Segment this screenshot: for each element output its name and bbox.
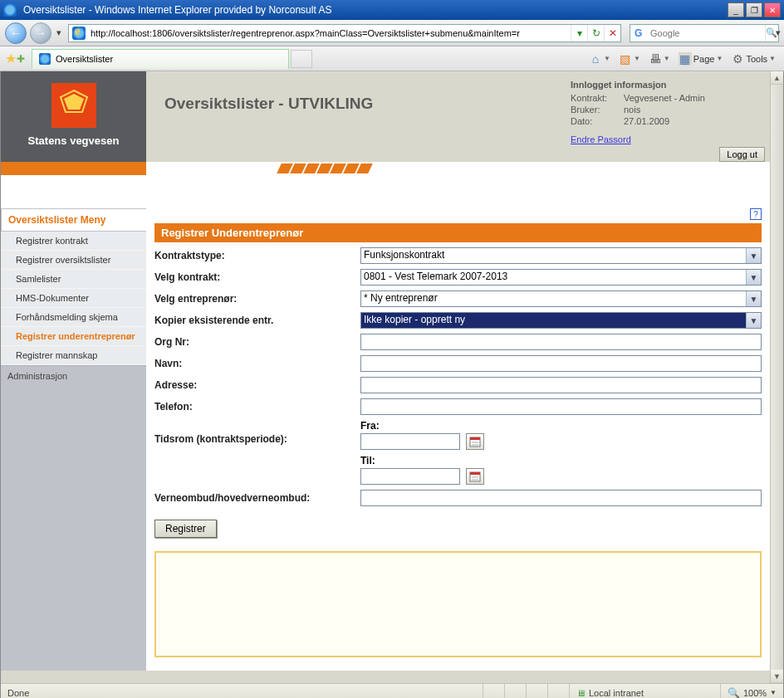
input-fra[interactable] (360, 433, 460, 450)
tools-label: Tools (746, 54, 767, 64)
scroll-up-icon[interactable]: ▲ (771, 71, 783, 85)
url-input[interactable] (89, 26, 571, 41)
browser-tab[interactable]: Oversiktslister (32, 49, 289, 69)
page-title: Oversiktslister - UTVIKLING (164, 95, 544, 113)
label-verneombud: Verneombud/hovedverneombud: (154, 492, 360, 504)
tools-icon: ⚙ (731, 52, 744, 66)
add-favorite-icon[interactable]: ✚ (17, 53, 25, 65)
label-til: Til: (360, 455, 762, 466)
login-info: Innlogget informasjon Kontrakt:Vegvesene… (562, 71, 770, 162)
back-button[interactable]: ← (5, 22, 27, 44)
google-icon: G (634, 27, 647, 40)
input-telefon[interactable] (360, 398, 762, 415)
input-navn[interactable] (360, 355, 762, 372)
input-verneombud[interactable] (360, 490, 762, 506)
page-banner: Statens vegvesen Oversiktslister - UTVIK… (1, 71, 770, 162)
menu-forhandsmelding[interactable]: Forhåndsmelding skjema (1, 308, 146, 327)
nav-history-dropdown[interactable]: ▾ (53, 23, 65, 43)
label-kontraktstype: Kontraktstype: (154, 250, 360, 261)
url-dropdown[interactable]: ▾ (571, 25, 587, 41)
reload-button[interactable]: ↻ (587, 25, 604, 41)
select-velg-entreprenor[interactable]: * Ny entreprenør (360, 290, 762, 307)
favorites-icon[interactable]: ★ (5, 51, 17, 66)
print-button[interactable]: 🖶▼ (649, 52, 670, 66)
svg-rect-6 (470, 472, 480, 475)
print-icon: 🖶 (649, 52, 662, 66)
rss-button[interactable]: ▧▼ (619, 52, 640, 66)
zoom-control[interactable]: 🔍 100% ▼ (720, 684, 783, 698)
help-icon[interactable]: ? (750, 208, 762, 220)
zoom-icon: 🔍 (728, 687, 740, 699)
menu-registrer-mannskap[interactable]: Registrer mannskap (1, 346, 146, 365)
home-button[interactable]: ⌂▼ (589, 52, 610, 66)
ie-icon (3, 3, 17, 17)
menu-registrer-oversiktslister[interactable]: Registrer oversiktslister (1, 251, 146, 270)
select-kontraktstype[interactable]: Funksjonskontrakt (360, 247, 762, 264)
zoom-value: 100% (743, 688, 767, 698)
label-fra: Fra: (360, 420, 762, 432)
search-box: G 🔍 ▾ (630, 24, 779, 42)
menu-samlelister[interactable]: Samlelister (1, 270, 146, 289)
browser-linkbar: ★ ✚ Oversiktslister ⌂▼ ▧▼ 🖶▼ ▦Page ▼ ⚙To… (0, 46, 784, 71)
label-velg-kontrakt: Velg kontrakt: (154, 271, 360, 283)
page-label: Page (693, 54, 715, 64)
form-area: ? Registrer Underentreprenør Kontraktsty… (146, 208, 770, 671)
sidebar: Oversiktslister Meny Registrer kontrakt … (1, 208, 146, 671)
label-adresse: Adresse: (154, 379, 360, 391)
input-orgnr[interactable] (360, 334, 762, 350)
intranet-icon: 🖥 (576, 688, 586, 698)
window-restore-button[interactable]: ❐ (746, 2, 762, 17)
label-kopier: Kopier eksisterende entr. (154, 315, 360, 326)
stop-button[interactable]: ✕ (604, 25, 620, 41)
tab-title: Oversiktslister (56, 54, 113, 64)
rss-icon: ▧ (619, 52, 632, 66)
label-velg-entreprenor: Velg entreprenør: (154, 293, 360, 305)
change-password-link[interactable]: Endre Passord (571, 134, 631, 144)
label-tidsrom: Tidsrom (kontraktsperiode): (154, 420, 360, 445)
window-close-button[interactable]: ✕ (764, 2, 781, 17)
menu-administrasjon[interactable]: Administrasjon (1, 365, 146, 386)
orange-divider (1, 162, 770, 175)
search-provider-dropdown[interactable]: ▾ (776, 23, 781, 43)
menu-hms-dokumenter[interactable]: HMS-Dokumenter (1, 289, 146, 308)
forward-button[interactable]: → (30, 22, 51, 44)
logout-button[interactable]: Logg ut (719, 147, 765, 162)
address-bar: ▾ ↻ ✕ (68, 24, 621, 42)
select-velg-kontrakt[interactable]: 0801 - Vest Telemark 2007-2013 (360, 269, 762, 286)
new-tab-button[interactable] (291, 50, 312, 68)
svg-rect-2 (470, 437, 480, 440)
status-done: Done (1, 684, 483, 698)
window-titlebar: Oversiktslister - Windows Internet Explo… (0, 0, 784, 20)
select-kopier[interactable]: Ikke kopier - opprett ny (360, 312, 762, 329)
message-box (154, 551, 762, 657)
info-bruker-value: nois (624, 105, 640, 115)
tab-icon (39, 53, 51, 65)
browser-navbar: ← → ▾ ▾ ↻ ✕ G 🔍 ▾ (0, 20, 784, 46)
info-header: Innlogget informasjon (571, 80, 762, 90)
tools-menu[interactable]: ⚙Tools ▼ (731, 52, 776, 66)
search-input[interactable] (650, 28, 765, 38)
window-minimize-button[interactable]: _ (728, 2, 744, 17)
home-icon: ⌂ (589, 52, 602, 66)
menu-registrer-underentreprenor[interactable]: Registrer underentreprenør (1, 327, 146, 346)
info-dato-value: 27.01.2009 (624, 116, 669, 126)
command-bar: ⌂▼ ▧▼ 🖶▼ ▦Page ▼ ⚙Tools ▼ (589, 52, 779, 66)
input-adresse[interactable] (360, 377, 762, 393)
info-bruker-label: Bruker: (571, 105, 619, 115)
info-kontrakt-label: Kontrakt: (571, 93, 619, 103)
page-menu[interactable]: ▦Page ▼ (679, 52, 723, 66)
label-telefon: Telefon: (154, 401, 360, 412)
info-dato-label: Dato: (571, 116, 619, 126)
submit-button[interactable]: Registrer (154, 520, 217, 538)
svg-text:G: G (635, 27, 642, 39)
vertical-scrollbar[interactable]: ▲ ▼ (770, 71, 783, 683)
form-title: Registrer Underentreprenør (154, 223, 762, 242)
input-til[interactable] (360, 468, 460, 485)
scroll-down-icon[interactable]: ▼ (771, 670, 783, 683)
calendar-fra-button[interactable] (466, 433, 484, 450)
label-orgnr: Org Nr: (154, 336, 360, 348)
site-icon (72, 27, 86, 40)
window-title: Oversiktslister - Windows Internet Explo… (20, 4, 726, 16)
menu-registrer-kontrakt[interactable]: Registrer kontrakt (1, 232, 146, 251)
calendar-til-button[interactable] (466, 468, 484, 485)
